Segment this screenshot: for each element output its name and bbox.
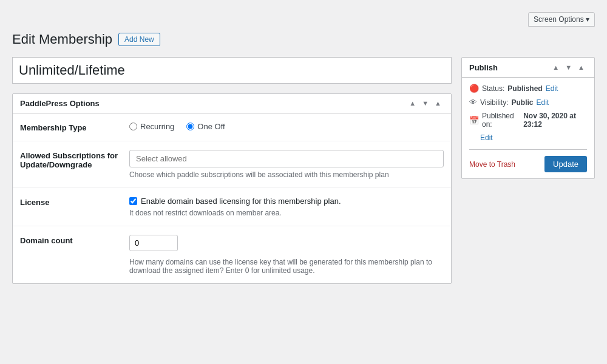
one-off-radio[interactable] — [186, 123, 194, 130]
recurring-option[interactable]: Recurring — [129, 122, 174, 131]
sidebar-column: Publish ▲ ▼ ▲ 🔴 Status: Published Edit — [461, 57, 595, 179]
metabox-toggle-btn[interactable]: ▲ — [432, 99, 444, 108]
allowed-subscriptions-help: Choose which paddle subscriptions will b… — [129, 170, 444, 179]
status-value: Published — [507, 84, 542, 93]
publish-header: Publish ▲ ▼ ▲ — [462, 58, 594, 78]
recurring-label: Recurring — [140, 122, 174, 131]
visibility-icon: 👁 — [469, 98, 477, 107]
allowed-subscriptions-input[interactable] — [129, 150, 444, 167]
license-checkbox-label[interactable]: Enable domain based licensing for this m… — [129, 197, 444, 206]
license-row: License Enable domain based licensing fo… — [13, 188, 451, 226]
status-icon: 🔴 — [469, 84, 479, 93]
visibility-value: Public — [511, 98, 533, 107]
membership-type-label: Membership Type — [20, 122, 129, 132]
visibility-row: 👁 Visibility: Public Edit — [469, 98, 587, 107]
domain-count-row: Domain count How many domains can use th… — [13, 226, 451, 283]
membership-type-field: Recurring One Off — [129, 122, 444, 131]
published-date-edit-link[interactable]: Edit — [480, 133, 587, 142]
visibility-label: Visibility: — [480, 98, 508, 107]
domain-count-help: How many domains can use the license key… — [129, 258, 444, 275]
publish-title: Publish — [469, 63, 498, 72]
allowed-subscriptions-row: Allowed Subscriptions for Update/Downgra… — [13, 141, 451, 188]
status-label: Status: — [482, 84, 504, 93]
membership-type-row: Membership Type Recurring One Off — [13, 113, 451, 141]
metabox-controls: ▲ ▼ ▲ — [407, 99, 444, 108]
metabox-collapse-up-btn[interactable]: ▲ — [407, 99, 418, 108]
publish-metabox: Publish ▲ ▼ ▲ 🔴 Status: Published Edit — [461, 57, 595, 179]
publish-body: 🔴 Status: Published Edit 👁 Visibility: P… — [462, 78, 594, 178]
domain-count-field: How many domains can use the license key… — [129, 235, 444, 275]
publish-actions: Move to Trash Update — [469, 149, 587, 172]
visibility-edit-link[interactable]: Edit — [536, 98, 549, 107]
domain-count-input[interactable] — [129, 235, 178, 251]
membership-type-radio-group: Recurring One Off — [129, 122, 444, 131]
move-to-trash-link[interactable]: Move to Trash — [469, 160, 515, 169]
status-row: 🔴 Status: Published Edit — [469, 84, 587, 93]
one-off-label: One Off — [197, 122, 225, 131]
paddlepress-metabox: PaddlePress Options ▲ ▼ ▲ Membership Typ… — [12, 93, 452, 284]
recurring-radio[interactable] — [129, 123, 137, 130]
license-help: It does not restrict downloads on member… — [129, 209, 444, 217]
license-checkbox-text: Enable domain based licensing for this m… — [141, 197, 341, 206]
metabox-body: Membership Type Recurring One Off — [13, 113, 451, 283]
add-new-button[interactable]: Add New — [118, 33, 160, 46]
domain-count-label: Domain count — [20, 235, 129, 245]
published-date: Nov 30, 2020 at 23:12 — [523, 112, 587, 129]
calendar-icon: 📅 — [469, 116, 479, 125]
publish-collapse-up-btn[interactable]: ▲ — [550, 62, 561, 72]
status-edit-link[interactable]: Edit — [546, 84, 558, 93]
post-title-input[interactable] — [12, 57, 452, 84]
published-label: Published on: — [482, 112, 520, 129]
allowed-subscriptions-label: Allowed Subscriptions for Update/Downgra… — [20, 150, 129, 169]
one-off-option[interactable]: One Off — [186, 122, 225, 131]
main-column: PaddlePress Options ▲ ▼ ▲ Membership Typ… — [12, 57, 452, 294]
license-field: Enable domain based licensing for this m… — [129, 197, 444, 217]
screen-options-button[interactable]: Screen Options ▾ — [528, 12, 595, 27]
update-button[interactable]: Update — [544, 156, 587, 172]
license-checkbox[interactable] — [129, 197, 137, 205]
publish-controls: ▲ ▼ ▲ — [550, 62, 587, 72]
page-title: Edit Membership — [12, 32, 112, 47]
metabox-header[interactable]: PaddlePress Options ▲ ▼ ▲ — [13, 94, 451, 113]
publish-collapse-down-btn[interactable]: ▼ — [563, 62, 574, 72]
metabox-title: PaddlePress Options — [20, 99, 100, 108]
publish-toggle-btn[interactable]: ▲ — [575, 62, 587, 72]
metabox-collapse-down-btn[interactable]: ▼ — [419, 99, 431, 108]
license-label: License — [20, 197, 129, 207]
allowed-subscriptions-field: Choose which paddle subscriptions will b… — [129, 150, 444, 179]
published-date-row: 📅 Published on: Nov 30, 2020 at 23:12 — [469, 112, 587, 129]
